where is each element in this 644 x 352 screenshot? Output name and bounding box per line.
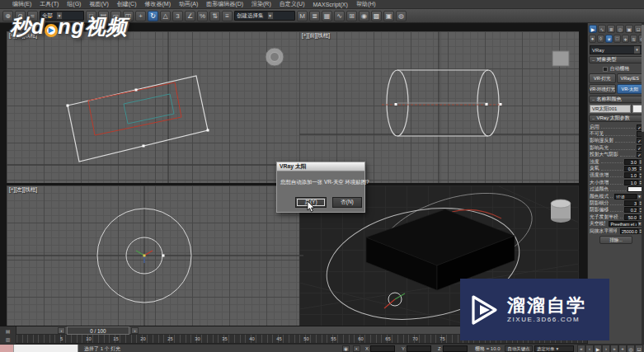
light-type-button[interactable]: VR-灯光 — [589, 73, 616, 83]
playback-button[interactable]: ◎ — [627, 345, 635, 352]
vertex-handle[interactable] — [143, 145, 145, 148]
y-coordinate-field[interactable] — [407, 345, 431, 352]
light-type-button[interactable]: VR-太阳 — [617, 84, 644, 94]
toolbar-icon[interactable]: ≣ — [309, 11, 320, 21]
menu-item[interactable]: 图形编辑器(D) — [202, 0, 247, 8]
category-icon[interactable]: ☀ — [605, 35, 613, 43]
category-icon[interactable]: ≋ — [630, 35, 637, 43]
command-panel-tab[interactable]: ∿ — [598, 25, 606, 33]
param-value[interactable] — [628, 186, 642, 192]
menu-item[interactable]: MAXScript(X) — [308, 2, 351, 7]
left-viewport[interactable]: [+][左][线框] — [7, 185, 303, 326]
chevron-down-icon[interactable]: ▼ — [267, 12, 274, 20]
gizmo-center-handle[interactable] — [143, 255, 146, 257]
toolbar-icon[interactable]: ↻ — [148, 11, 158, 21]
menu-item[interactable]: 工具(T) — [35, 0, 63, 8]
category-icon[interactable]: ∗ — [622, 35, 629, 43]
named-selection-dropdown[interactable]: 创建选择集 ▼ — [234, 11, 295, 21]
playback-button[interactable]: › — [602, 345, 610, 352]
toolbar-icon[interactable]: ▦ — [322, 11, 332, 21]
category-icon[interactable]: ● — [589, 35, 596, 43]
param-value[interactable]: Preetham et al. — [609, 221, 637, 227]
menu-item[interactable]: 自定义(U) — [275, 0, 309, 8]
key-filter-dropdown[interactable]: 选定对象 ▾ — [534, 345, 574, 352]
z-coordinate-field[interactable] — [443, 345, 468, 352]
top-viewport[interactable]: [+][顶][线框] — [7, 31, 303, 183]
menu-item[interactable]: 帮助(H) — [352, 0, 380, 8]
command-panel-tab[interactable]: ◎ — [616, 25, 624, 33]
menu-item[interactable]: 修改器(M) — [140, 0, 175, 8]
next-frame-button[interactable]: › — [131, 327, 139, 334]
category-icon[interactable]: □ — [613, 35, 621, 43]
sun-params-rollout[interactable]: − VRay 太阳参数 — [589, 115, 643, 122]
selection-lock-icon[interactable]: ▪ — [353, 345, 360, 352]
dialog-title-bar[interactable]: VRay 太阳 — [277, 162, 364, 171]
toolbar-icon[interactable]: ≡ — [222, 11, 233, 21]
playback-button[interactable]: + — [618, 345, 627, 352]
menu-item[interactable]: 组(G) — [63, 0, 85, 8]
vertex-handle[interactable] — [207, 129, 209, 132]
command-panel-tab[interactable]: ≣ — [607, 25, 615, 33]
light-type-dropdown[interactable]: VRay ▼ — [590, 45, 642, 54]
x-coordinate-field[interactable] — [370, 345, 395, 352]
param-value[interactable]: 25000.0 — [620, 228, 638, 234]
toolbar-icon[interactable]: + — [135, 11, 146, 21]
menu-item[interactable]: 视图(V) — [85, 0, 112, 8]
vertex-handle[interactable] — [395, 103, 397, 106]
autogrid-checkbox[interactable] — [603, 67, 608, 72]
top-viewport-canvas[interactable] — [7, 31, 303, 183]
playback-button[interactable]: ▶ — [594, 345, 602, 352]
previous-frame-button[interactable]: ‹ — [58, 327, 65, 334]
object-name-field[interactable]: VR太阳001 — [590, 105, 631, 113]
no-button[interactable]: 否(N) — [332, 197, 362, 208]
toolbar-icon[interactable]: ▩ — [371, 11, 382, 21]
command-panel-tab[interactable]: ▣ — [625, 25, 633, 33]
cylinder-object-front-view[interactable] — [552, 51, 569, 66]
maxscript-listener-output[interactable] — [14, 345, 78, 352]
toolbar-icon[interactable]: ◉ — [359, 11, 369, 21]
param-value[interactable]: 1.0 — [624, 172, 638, 178]
vertex-handle[interactable] — [135, 89, 138, 92]
autogrid-row[interactable]: 自动栅格 — [589, 65, 643, 73]
toolbar-icon[interactable]: ◍ — [396, 11, 407, 21]
menu-item[interactable]: 动画(A) — [175, 0, 202, 8]
param-value[interactable]: 3.0 — [624, 159, 638, 165]
toolbar-icon[interactable]: ▣ — [383, 11, 394, 21]
toolbar-icon[interactable]: 3 — [172, 11, 183, 21]
auto-key-button[interactable]: 自动关键点 — [505, 345, 533, 352]
vertex-handle[interactable] — [486, 103, 488, 106]
vertex-handle[interactable] — [500, 103, 502, 106]
toolbar-icon[interactable]: ∿ — [334, 11, 345, 21]
light-type-button[interactable]: VR-环境灯光 — [589, 84, 616, 94]
command-panel-tab[interactable]: ▶ — [589, 25, 597, 33]
chevron-down-icon[interactable]: ▼ — [634, 46, 640, 54]
object-type-rollout[interactable]: − 对象类型 — [589, 56, 643, 63]
param-value[interactable]: 0.2 — [624, 207, 638, 213]
front-viewport[interactable]: [+][前][线框] — [299, 31, 579, 183]
playback-button[interactable]: ‹ — [585, 345, 594, 352]
menu-item[interactable]: 编辑(E) — [8, 0, 35, 8]
param-value[interactable]: 3 — [624, 200, 638, 206]
toolbar-icon[interactable]: ⊞ — [346, 11, 357, 21]
category-icon[interactable]: ◊ — [597, 35, 604, 43]
param-value[interactable]: 1.0 — [624, 180, 638, 185]
menu-item[interactable]: 渲染(R) — [247, 0, 275, 8]
viewport-label[interactable]: [+][前][线框] — [302, 32, 330, 40]
left-viewport-canvas[interactable] — [7, 185, 303, 326]
toolbar-icon[interactable]: ⇅ — [209, 11, 220, 21]
open-mini-curve-editor-icon[interactable]: ▤ — [6, 328, 11, 334]
param-value[interactable]: 0.35 — [624, 166, 638, 171]
toolbar-icon[interactable]: M — [297, 11, 308, 21]
playback-button[interactable]: » — [610, 345, 618, 352]
isolate-selection-icon[interactable]: ◉ — [342, 345, 350, 352]
playback-button[interactable]: « — [577, 345, 585, 352]
playback-button[interactable]: ⊡ — [635, 345, 643, 352]
vertex-handle[interactable] — [162, 255, 165, 257]
maxscript-listener-input[interactable] — [0, 345, 14, 352]
menu-item[interactable]: 创建(C) — [113, 0, 141, 8]
time-slider-thumb[interactable]: 0 / 100 — [67, 326, 129, 335]
toolbar-icon[interactable]: ∠ — [185, 11, 195, 21]
name-color-rollout[interactable]: − 名称和颜色 — [589, 96, 643, 103]
param-value[interactable]: 过滤 — [614, 194, 637, 199]
toolbar-icon[interactable]: △ — [160, 11, 171, 21]
